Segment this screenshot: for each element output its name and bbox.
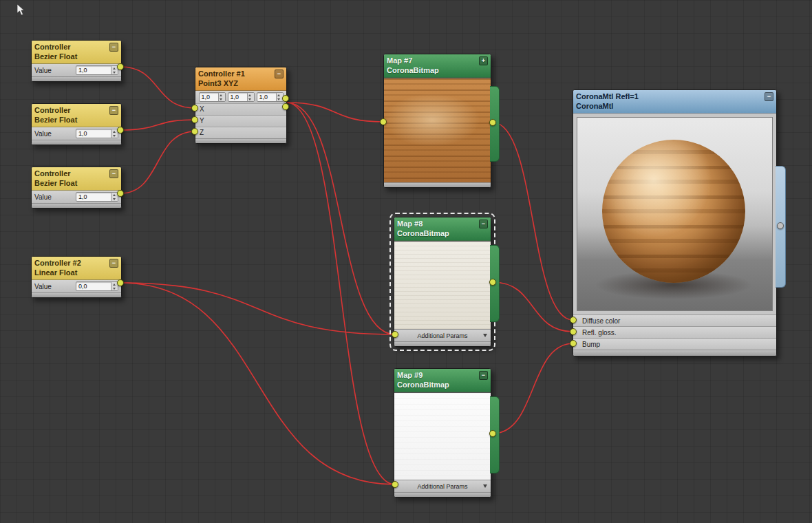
- socket-out-material[interactable]: [777, 222, 784, 229]
- value-spinner[interactable]: 0,0: [76, 281, 118, 291]
- spinner-down-icon[interactable]: [111, 70, 118, 74]
- collapse-button[interactable]: −: [479, 371, 488, 380]
- node-subtitle: Point3 XYZ: [198, 78, 284, 88]
- node-header[interactable]: Map #9− CoronaBitmap: [394, 369, 491, 392]
- collapse-button[interactable]: −: [109, 106, 118, 115]
- socket-out-linear[interactable]: [117, 279, 124, 286]
- collapse-button[interactable]: −: [765, 92, 773, 101]
- socket-in-map8-params[interactable]: [392, 331, 398, 338]
- node-header[interactable]: Controller− Bezier Float: [32, 41, 121, 64]
- node-header[interactable]: Controller #1− Point3 XYZ: [195, 67, 286, 91]
- connection-wire-controller-bezier-1-to-point3-x[interactable]: [120, 67, 195, 108]
- socket-in-mtl-bump[interactable]: [570, 340, 577, 347]
- node-coronamtl-material[interactable]: CoronaMtl Refl=1− CoronaMtl Diffuse colo…: [573, 89, 777, 356]
- socket-out-map9[interactable]: [489, 430, 496, 437]
- node-header[interactable]: Map #8− CoronaBitmap: [394, 217, 491, 241]
- spinner-down-icon[interactable]: [248, 97, 254, 101]
- node-controller-bezier-float-2[interactable]: Controller− Bezier Float Value 1,0: [31, 103, 122, 145]
- socket-in-point3-x[interactable]: [191, 105, 198, 111]
- node-map9-coronabitmap[interactable]: Map #9− CoronaBitmap Additional Params: [394, 368, 491, 498]
- slot-refl-gloss[interactable]: Refl. gloss.: [573, 326, 776, 338]
- node-map7-coronabitmap[interactable]: Map #7+ CoronaBitmap: [383, 54, 491, 188]
- node-footer-bar: [384, 182, 491, 187]
- connection-wire-point3-out-to-map7-in[interactable]: [286, 103, 383, 122]
- collapse-button[interactable]: −: [275, 70, 284, 78]
- node-controller-point3-xyz[interactable]: Controller #1− Point3 XYZ 1,0 1,0 1,0 X …: [195, 67, 287, 144]
- node-title: Map #9: [397, 370, 423, 380]
- socket-in-mtl-diffuse[interactable]: [570, 317, 577, 323]
- socket-out-bezier3[interactable]: [117, 190, 124, 197]
- node-title: Map #7: [387, 56, 412, 65]
- node-title: Controller: [34, 42, 71, 52]
- connection-wire-controller-linear-to-map8-additional-params[interactable]: [120, 283, 395, 334]
- node-header[interactable]: Controller #2− Linear Float: [32, 257, 121, 280]
- socket-out-bezier1[interactable]: [117, 63, 124, 70]
- slot-diffuse-color[interactable]: Diffuse color: [573, 314, 776, 326]
- bitmap-preview-wood[interactable]: [384, 78, 491, 182]
- collapse-button[interactable]: −: [109, 259, 118, 268]
- socket-in-map7[interactable]: [380, 118, 387, 125]
- additional-params-bar[interactable]: Additional Params: [394, 480, 491, 492]
- material-preview[interactable]: [577, 117, 773, 311]
- collapse-button[interactable]: −: [109, 43, 118, 52]
- value-spinner[interactable]: 1,0: [76, 192, 118, 202]
- node-editor-canvas[interactable]: Controller− Bezier Float Value 1,0 Contr…: [0, 0, 812, 523]
- node-header[interactable]: Map #7+ CoronaBitmap: [384, 54, 491, 78]
- connection-wire-point3-out-to-map9-additional-params[interactable]: [286, 103, 395, 484]
- socket-out-map8[interactable]: [489, 279, 496, 286]
- node-footer-bar: [32, 140, 121, 145]
- x-value-spinner[interactable]: 1,0: [199, 92, 226, 102]
- value-text: 1,0: [76, 129, 111, 138]
- expand-triangle-icon[interactable]: [483, 484, 487, 488]
- node-controller-bezier-float-3[interactable]: Controller− Bezier Float Value 1,0: [31, 167, 122, 209]
- node-subtitle: Bezier Float: [34, 52, 118, 61]
- expand-triangle-icon[interactable]: [483, 334, 487, 337]
- spinner[interactable]: [276, 93, 283, 101]
- collapse-button[interactable]: −: [479, 220, 488, 228]
- additional-params-bar[interactable]: Additional Params: [394, 329, 491, 341]
- spinner-down-icon[interactable]: [111, 134, 118, 138]
- socket-out-map7[interactable]: [489, 119, 496, 126]
- node-footer-bar: [573, 350, 776, 356]
- socket-in-point3-y[interactable]: [191, 116, 198, 123]
- spinner-down-icon[interactable]: [111, 197, 118, 201]
- socket-out-bezier2[interactable]: [117, 127, 124, 134]
- bitmap-preview-white[interactable]: [394, 392, 491, 480]
- value-row: Value 0,0: [32, 280, 121, 292]
- socket-out-point3-b[interactable]: [282, 103, 289, 110]
- node-map8-coronabitmap[interactable]: Map #8− CoronaBitmap Additional Params: [394, 217, 491, 347]
- bitmap-preview-light[interactable]: [394, 241, 491, 329]
- value-spinner[interactable]: 1,0: [76, 65, 118, 75]
- expand-button[interactable]: +: [479, 56, 488, 65]
- connection-wire-controller-bezier-2-to-point3-y[interactable]: [120, 120, 195, 130]
- axis-row-z[interactable]: Z: [195, 127, 286, 138]
- z-value-spinner[interactable]: 1,0: [257, 92, 284, 102]
- axis-row-y[interactable]: Y: [195, 115, 286, 127]
- connection-wire-map7-out-to-mtl-diffuse-color[interactable]: [493, 122, 573, 320]
- spinner[interactable]: [247, 93, 254, 101]
- axis-row-x[interactable]: X: [195, 103, 286, 115]
- spinner-down-icon[interactable]: [111, 286, 118, 290]
- value-spinner[interactable]: 1,0: [76, 129, 118, 138]
- connection-wire-point3-out-to-map8-additional-params[interactable]: [286, 103, 395, 334]
- node-controller-bezier-float-1[interactable]: Controller− Bezier Float Value 1,0: [31, 40, 122, 82]
- node-header[interactable]: Controller− Bezier Float: [32, 167, 121, 191]
- spinner-down-icon[interactable]: [219, 97, 225, 101]
- spinner[interactable]: [218, 93, 225, 101]
- node-header[interactable]: Controller− Bezier Float: [32, 104, 121, 127]
- socket-in-map9-params[interactable]: [392, 481, 398, 488]
- slot-bump[interactable]: Bump: [573, 338, 776, 350]
- connection-wire-map9-out-to-mtl-bump[interactable]: [493, 343, 573, 434]
- node-header[interactable]: CoronaMtl Refl=1− CoronaMtl: [573, 90, 776, 114]
- node-subtitle: CoronaBitmap: [387, 65, 488, 75]
- socket-in-mtl-refl-gloss[interactable]: [570, 328, 577, 335]
- connection-wire-map8-out-to-mtl-refl-gloss[interactable]: [493, 282, 573, 332]
- connection-wire-controller-linear-to-map9-additional-params[interactable]: [120, 283, 395, 484]
- node-controller-linear-float[interactable]: Controller #2− Linear Float Value 0,0: [31, 256, 122, 298]
- y-value-spinner[interactable]: 1,0: [228, 92, 255, 102]
- socket-in-point3-z[interactable]: [191, 128, 198, 135]
- socket-out-point3-a[interactable]: [282, 95, 289, 102]
- collapse-button[interactable]: −: [109, 169, 118, 178]
- value-text: 1,0: [76, 66, 111, 74]
- connection-wire-controller-bezier-3-to-point3-z[interactable]: [120, 131, 195, 193]
